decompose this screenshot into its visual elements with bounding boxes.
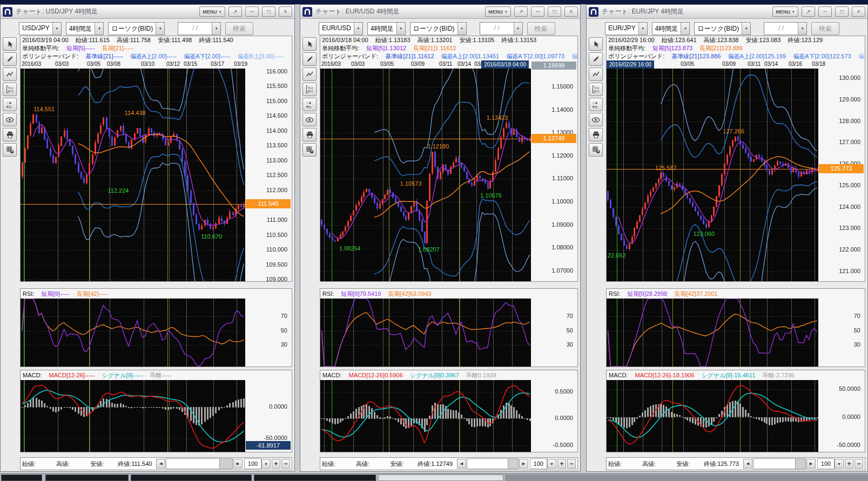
chart-style-select[interactable]: ローソク(BID)▼ xyxy=(410,22,467,35)
rsi-canvas[interactable] xyxy=(607,299,818,367)
scroll-left-button[interactable]: ◀ xyxy=(156,459,165,469)
zoom-in-button[interactable]: + xyxy=(272,459,280,469)
scroll-left-button[interactable]: ◀ xyxy=(457,459,466,469)
macd-canvas[interactable] xyxy=(607,380,818,452)
symbols-palette-button[interactable]: ○★♥◎ xyxy=(302,98,317,111)
export-data-button[interactable] xyxy=(3,143,17,157)
chevron-down-icon[interactable]: ▼ xyxy=(681,23,689,35)
rsi-plot-area[interactable] xyxy=(607,299,816,367)
macd-plot-area[interactable] xyxy=(21,380,243,452)
price-plot-area[interactable] xyxy=(607,69,816,281)
scroll-left-button[interactable]: ◀ xyxy=(743,459,752,469)
chevron-down-icon[interactable]: ▼ xyxy=(354,23,362,35)
price-y-axis[interactable]: 116.000115.500115.000114.500114.000113.5… xyxy=(243,69,292,281)
rsi-plot-area[interactable] xyxy=(21,299,243,367)
visibility-button[interactable] xyxy=(3,113,17,126)
zoom-value[interactable]: 100 xyxy=(817,458,835,469)
price-plot-area[interactable] xyxy=(320,69,529,281)
rsi-canvas[interactable] xyxy=(21,299,245,367)
macd-plot-area[interactable] xyxy=(320,380,529,452)
chevron-down-icon[interactable]: ▼ xyxy=(798,23,806,35)
symbols-palette-button[interactable]: ○★♥◎ xyxy=(589,98,603,111)
search-button[interactable]: 検索 xyxy=(811,22,839,35)
indicator-tool-button[interactable] xyxy=(3,67,17,81)
chevron-down-icon[interactable]: ▼ xyxy=(742,23,750,35)
minimize-button[interactable]: ─ xyxy=(531,6,544,17)
price-y-axis[interactable]: 1.150001.140001.130001.120001.110001.100… xyxy=(529,69,577,281)
visibility-button[interactable] xyxy=(589,113,603,126)
date-input[interactable]: / /▼ xyxy=(764,22,807,35)
chart-style-select[interactable]: ローソク(BID)▼ xyxy=(694,22,751,35)
zoom-dropdown-button[interactable]: ▼ xyxy=(547,459,556,469)
maximize-button[interactable]: □ xyxy=(548,6,561,17)
detach-window-button[interactable]: ↗ xyxy=(802,6,815,17)
window-titlebar[interactable]: チャート: EUR/JPY 4時間足 MENU▼ ↗ ─ □ × xyxy=(587,5,867,19)
macd-canvas[interactable] xyxy=(320,380,531,452)
zoom-value[interactable]: 100 xyxy=(244,458,261,469)
taskbar-item-active[interactable] xyxy=(378,475,503,481)
search-button[interactable]: 検索 xyxy=(527,22,555,35)
chevron-down-icon[interactable]: ▼ xyxy=(95,23,103,35)
print-button[interactable] xyxy=(3,128,17,141)
timeframe-select[interactable]: 4時間足▼ xyxy=(367,22,406,35)
chevron-down-icon[interactable]: ▼ xyxy=(514,23,522,35)
chevron-down-icon[interactable]: ▼ xyxy=(396,23,405,35)
chevron-down-icon[interactable]: ▼ xyxy=(52,23,61,35)
price-plot-area[interactable] xyxy=(21,69,243,281)
price-chart-canvas[interactable] xyxy=(320,69,531,281)
indicator-tool-button[interactable] xyxy=(589,67,603,81)
window-titlebar[interactable]: チャート: EUR/USD 4時間足 MENU▼ ↗ ─ □ × xyxy=(300,5,580,19)
draw-tool-button[interactable] xyxy=(3,52,17,66)
menu-button[interactable]: MENU▼ xyxy=(199,6,225,17)
maximize-button[interactable]: □ xyxy=(835,6,849,17)
indicator-tool-button[interactable] xyxy=(302,67,317,81)
pair-select[interactable]: EUR/USD▼ xyxy=(319,22,363,35)
scroll-right-button[interactable]: ▶ xyxy=(806,459,816,469)
chart-style-select[interactable]: ローソク(BID)▼ xyxy=(108,22,165,35)
draw-tool-button[interactable] xyxy=(589,52,603,66)
macd-canvas[interactable] xyxy=(21,380,245,452)
scroll-right-button[interactable]: ▶ xyxy=(519,459,528,469)
taskbar-item[interactable] xyxy=(254,475,376,481)
scrollbar-thumb[interactable] xyxy=(795,459,805,469)
rsi-plot-area[interactable] xyxy=(320,299,529,367)
pair-select[interactable]: USD/JPY▼ xyxy=(19,22,62,35)
zoom-in-button[interactable]: + xyxy=(557,459,566,469)
taskbar-item[interactable] xyxy=(131,475,252,481)
price-y-axis[interactable]: 130.000129.000128.000127.000126.000125.0… xyxy=(816,69,865,281)
menu-button[interactable]: MENU▼ xyxy=(772,6,798,17)
taskbar-item[interactable] xyxy=(45,475,129,481)
chart-scrollbar[interactable] xyxy=(753,458,806,469)
export-data-button[interactable] xyxy=(589,143,603,157)
zoom-out-button[interactable]: − xyxy=(854,459,863,469)
export-data-button[interactable] xyxy=(302,143,317,157)
cursor-tool-button[interactable] xyxy=(3,37,17,51)
scale-settings-button[interactable]: 70.060.0 xyxy=(3,83,17,96)
minimize-button[interactable]: ─ xyxy=(818,6,832,17)
chevron-down-icon[interactable]: ▼ xyxy=(212,23,220,35)
zoom-value[interactable]: 100 xyxy=(530,458,547,469)
rsi-canvas[interactable] xyxy=(320,299,531,367)
print-button[interactable] xyxy=(589,128,603,141)
chart-scrollbar[interactable] xyxy=(467,458,519,469)
timeframe-select[interactable]: 4時間足▼ xyxy=(652,22,690,35)
zoom-out-button[interactable]: − xyxy=(281,459,290,469)
timeframe-select[interactable]: 4時間足▼ xyxy=(66,22,104,35)
search-button[interactable]: 検索 xyxy=(225,22,253,35)
close-button[interactable]: × xyxy=(279,6,292,17)
scale-settings-button[interactable]: 70.060.0 xyxy=(589,83,603,96)
scale-settings-button[interactable]: 70.060.0 xyxy=(302,83,317,96)
chevron-down-icon[interactable]: ▼ xyxy=(457,23,466,35)
print-button[interactable] xyxy=(302,128,317,141)
visibility-button[interactable] xyxy=(302,113,317,126)
scrollbar-thumb[interactable] xyxy=(219,459,232,469)
taskbar-item[interactable] xyxy=(1,475,42,481)
zoom-out-button[interactable]: − xyxy=(567,459,576,469)
close-button[interactable]: × xyxy=(852,6,865,17)
zoom-dropdown-button[interactable]: ▼ xyxy=(835,459,844,469)
minimize-button[interactable]: ─ xyxy=(245,6,259,17)
date-input[interactable]: / /▼ xyxy=(178,22,221,35)
detach-window-button[interactable]: ↗ xyxy=(514,6,528,17)
chevron-down-icon[interactable]: ▼ xyxy=(638,23,647,35)
scrollbar-thumb[interactable] xyxy=(508,459,518,469)
